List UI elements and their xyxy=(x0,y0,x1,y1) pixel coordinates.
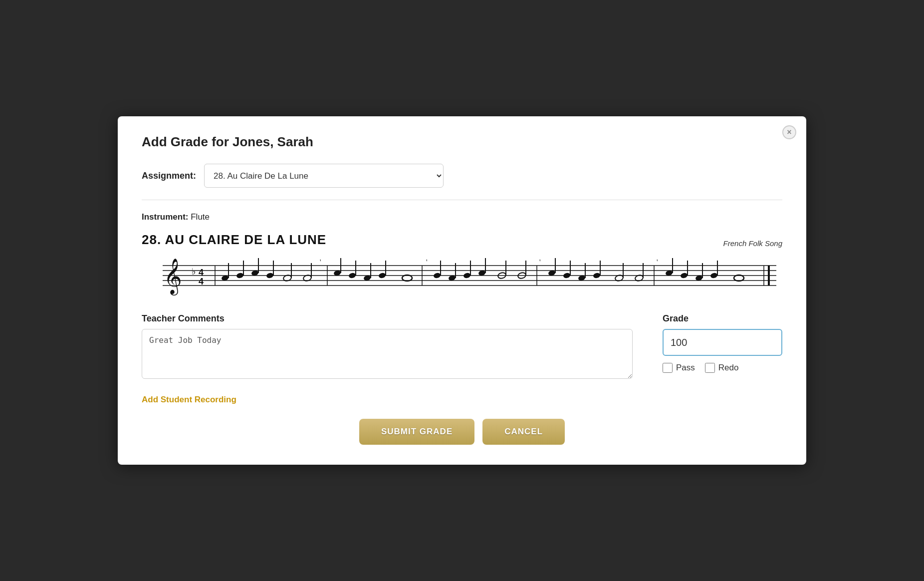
sheet-title-row: 28. AU CLAIRE DE LA LUNE French Folk Son… xyxy=(142,232,782,248)
svg-point-16 xyxy=(266,272,274,279)
assignment-label: Assignment: xyxy=(142,171,196,181)
pass-checkbox-item[interactable]: Pass xyxy=(663,363,695,373)
grade-column: Grade Pass Redo xyxy=(663,313,782,373)
divider xyxy=(142,200,782,200)
sheet-music-subtitle: French Folk Song xyxy=(723,239,782,248)
modal-dialog: × Add Grade for Jones, Sarah Assignment:… xyxy=(118,116,806,465)
cancel-button[interactable]: CANCEL xyxy=(482,419,565,445)
assignment-row: Assignment: 28. Au Claire De La Lune xyxy=(142,164,782,188)
submit-grade-button[interactable]: SUBMIT GRADE xyxy=(359,419,474,445)
svg-text:4: 4 xyxy=(199,277,204,287)
svg-point-32 xyxy=(402,275,412,281)
redo-label: Redo xyxy=(718,363,739,373)
svg-point-12 xyxy=(236,272,244,279)
svg-point-35 xyxy=(433,272,441,279)
comments-label: Teacher Comments xyxy=(142,313,633,324)
svg-point-26 xyxy=(348,272,356,279)
form-row: Teacher Comments Great Job Today Grade P… xyxy=(142,313,782,381)
svg-point-39 xyxy=(463,272,471,279)
buttons-row: SUBMIT GRADE CANCEL xyxy=(142,419,782,445)
music-staff-svg: 𝄞 ♭ 4 4 xyxy=(142,251,782,295)
comments-column: Teacher Comments Great Job Today xyxy=(142,313,633,381)
svg-text:': ' xyxy=(657,259,658,266)
close-button[interactable]: × xyxy=(782,125,796,139)
svg-point-30 xyxy=(378,272,386,279)
svg-text:': ' xyxy=(539,259,541,266)
svg-point-55 xyxy=(593,272,601,279)
svg-text:𝄞: 𝄞 xyxy=(164,259,182,295)
redo-checkbox[interactable] xyxy=(705,363,715,373)
staff-container: 𝄞 ♭ 4 4 xyxy=(142,251,782,297)
svg-text:4: 4 xyxy=(199,268,204,278)
instrument-row: Instrument: Flute xyxy=(142,212,782,222)
instrument-label: Instrument: xyxy=(142,212,189,222)
svg-point-71 xyxy=(734,275,744,281)
svg-text:': ' xyxy=(426,259,428,266)
svg-point-65 xyxy=(680,272,688,279)
assignment-select[interactable]: 28. Au Claire De La Lune xyxy=(204,164,444,188)
modal-overlay: × Add Grade for Jones, Sarah Assignment:… xyxy=(0,0,924,581)
pass-checkbox[interactable] xyxy=(663,363,673,373)
comments-textarea[interactable]: Great Job Today xyxy=(142,329,633,379)
add-recording-link[interactable]: Add Student Recording xyxy=(142,395,236,405)
svg-point-69 xyxy=(710,272,718,279)
svg-text:': ' xyxy=(320,259,321,266)
svg-point-51 xyxy=(563,272,571,279)
sheet-music-title: 28. AU CLAIRE DE LA LUNE xyxy=(142,232,326,248)
pass-label: Pass xyxy=(676,363,695,373)
grade-input[interactable] xyxy=(663,329,782,356)
instrument-value: Flute xyxy=(191,212,210,222)
redo-checkbox-item[interactable]: Redo xyxy=(705,363,739,373)
checkboxes-row: Pass Redo xyxy=(663,363,782,373)
modal-title: Add Grade for Jones, Sarah xyxy=(142,134,782,150)
svg-text:♭: ♭ xyxy=(192,267,196,277)
sheet-music-area: 28. AU CLAIRE DE LA LUNE French Folk Son… xyxy=(142,232,782,297)
grade-label: Grade xyxy=(663,313,782,324)
